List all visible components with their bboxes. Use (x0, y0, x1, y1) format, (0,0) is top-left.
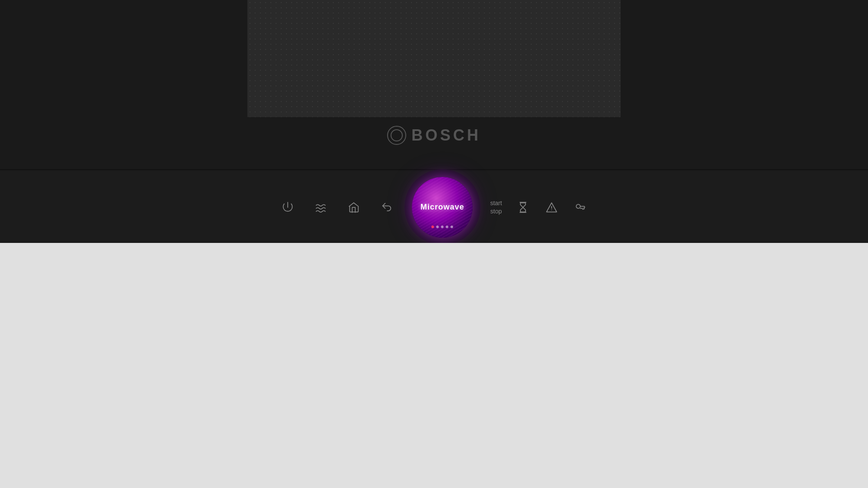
knob-dots (431, 226, 453, 228)
center-knob[interactable]: Microwave (403, 168, 481, 246)
svg-point-0 (576, 204, 580, 208)
brand-section: BOSCH (387, 126, 481, 145)
knob-circle[interactable]: Microwave (412, 177, 473, 238)
microwave-body: BOSCH (0, 0, 868, 243)
start-stop-button[interactable]: start stop (490, 199, 502, 215)
bosch-logo-inner (391, 129, 403, 141)
speaker-grille (247, 0, 621, 117)
controls-left (280, 200, 395, 215)
power-button[interactable] (280, 200, 296, 215)
brand-name: BOSCH (411, 126, 481, 144)
stop-label: stop (490, 207, 502, 215)
knob-dot-4 (446, 226, 448, 228)
bottom-section (0, 243, 868, 488)
start-label: start (490, 199, 502, 207)
knob-dot-3 (441, 226, 444, 228)
controls-right: start stop (490, 199, 588, 215)
bosch-logo-icon (387, 126, 406, 145)
back-button[interactable] (379, 200, 395, 215)
key-button[interactable] (572, 200, 588, 215)
timer-button[interactable] (515, 200, 531, 215)
warning-button[interactable] (544, 200, 559, 215)
control-panel: Microwave start stop (0, 171, 868, 243)
home-button[interactable] (346, 200, 362, 215)
knob-label: Microwave (421, 203, 464, 212)
knob-dot-1 (431, 226, 434, 228)
knob-dot-2 (436, 226, 439, 228)
waves-button[interactable] (313, 200, 329, 215)
knob-dot-5 (450, 226, 453, 228)
